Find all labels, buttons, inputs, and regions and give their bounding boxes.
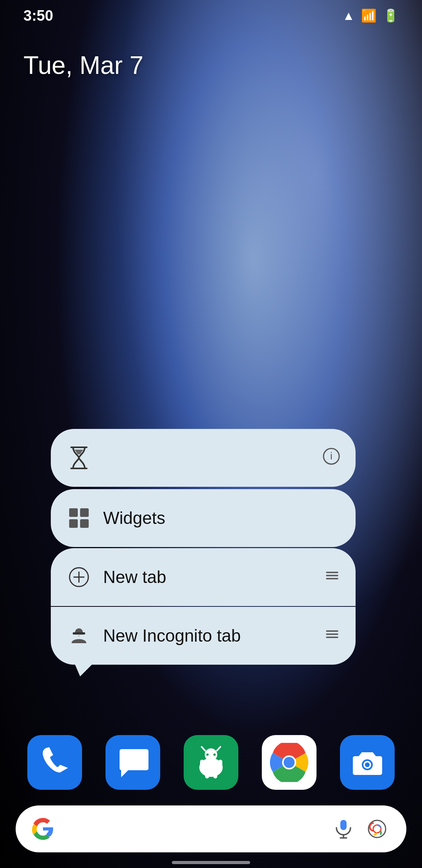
svg-rect-37 [340,820,347,830]
status-time: 3:50 [23,7,53,24]
hourglass-icon [66,445,91,470]
widgets-label: Widgets [103,508,340,528]
dock-android[interactable] [184,735,238,790]
svg-point-25 [213,753,216,756]
search-bar[interactable] [16,805,406,852]
context-menu: i Widgets New tab [51,429,356,665]
svg-point-36 [365,762,370,767]
dock-chrome[interactable] [262,735,316,790]
widgets-item[interactable]: Widgets [51,489,356,547]
svg-rect-5 [80,519,89,528]
dock-messages[interactable] [106,735,160,790]
new-tab-item[interactable]: New tab [51,548,356,606]
wifi-icon: ▲ [342,9,355,23]
svg-rect-14 [74,632,84,635]
lens-button[interactable] [363,815,391,843]
battery-icon: 🔋 [383,8,399,23]
svg-line-22 [202,747,205,751]
dock-camera[interactable] [340,735,395,790]
dock [0,735,422,790]
info-icon[interactable]: i [323,448,340,468]
svg-rect-29 [213,771,217,778]
svg-point-33 [284,757,295,768]
date-label: Tue, Mar 7 [23,51,143,80]
new-tab-icon [66,565,91,590]
status-bar: 3:50 ▲ 📶 🔋 [0,0,422,31]
svg-text:i: i [330,450,333,462]
svg-rect-28 [205,771,209,778]
svg-point-16 [83,632,85,635]
home-indicator [172,861,250,864]
svg-point-24 [206,753,209,756]
widgets-icon [66,506,91,531]
signal-icon: 📶 [361,8,377,23]
new-incognito-label: New Incognito tab [103,626,324,646]
svg-rect-4 [69,519,78,528]
dock-phone[interactable] [27,735,82,790]
drag-handle-new-tab[interactable] [324,568,340,587]
svg-rect-27 [218,760,222,771]
google-logo [31,817,55,841]
drag-handle-incognito[interactable] [324,626,340,646]
svg-rect-26 [200,760,204,771]
svg-rect-3 [80,508,89,517]
new-tab-label: New tab [103,567,324,587]
voice-search-button[interactable] [330,815,357,843]
status-icons: ▲ 📶 🔋 [342,8,399,23]
app-info-item[interactable]: i [51,429,356,487]
svg-rect-2 [69,508,78,517]
new-incognito-item[interactable]: New Incognito tab [51,607,356,665]
svg-point-15 [73,632,75,635]
svg-line-23 [217,747,220,751]
incognito-icon [66,623,91,648]
